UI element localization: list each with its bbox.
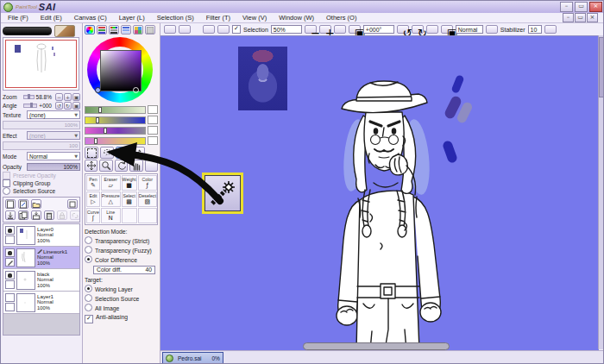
canvas-zoom-field[interactable]: 50% — [271, 25, 302, 34]
rgb-sliders-tab-icon[interactable] — [97, 25, 107, 35]
color-slider-3[interactable] — [85, 127, 146, 135]
close-button[interactable]: × — [589, 2, 602, 12]
maximize-button[interactable]: ▭ — [575, 2, 588, 12]
tool-curve[interactable]: Curveʃ — [86, 208, 100, 223]
stabilizer-value-field[interactable]: 10 — [528, 25, 542, 34]
visibility-eye-icon[interactable] — [5, 226, 15, 235]
color-slider-2[interactable] — [85, 116, 146, 124]
preserve-opacity-checkbox[interactable] — [3, 172, 10, 179]
clear-layer-button[interactable] — [67, 199, 78, 209]
radio-color-difference[interactable]: Color Difference — [85, 255, 158, 265]
paint-target-box[interactable] — [5, 235, 15, 244]
texture-dropdown[interactable]: (none)▼ — [27, 110, 80, 119]
hsv-sliders-tab-icon[interactable] — [109, 25, 119, 35]
transfer-down-button[interactable] — [5, 210, 16, 220]
extra-tool-slot[interactable] — [145, 160, 158, 172]
layer-row[interactable]: Layer0 Normal 100% — [3, 224, 79, 247]
color-picker-tool-icon[interactable] — [131, 147, 145, 159]
new-linework-layer-button[interactable] — [18, 199, 28, 209]
canvas-angle-field[interactable]: +000° — [363, 25, 394, 34]
color-slider-4[interactable] — [85, 137, 146, 145]
vertical-scrollbar[interactable] — [598, 35, 604, 349]
tool-deselect[interactable]: Deselect▨ — [138, 191, 157, 207]
paint-target-box[interactable] — [5, 303, 15, 311]
stabilizer-button[interactable] — [544, 25, 557, 34]
invert-selection-button[interactable] — [217, 25, 230, 34]
canvas-zoom-in-button[interactable]: + — [319, 25, 331, 34]
zoom-reset-button[interactable]: ▣ — [72, 93, 80, 101]
color-wheel[interactable] — [85, 35, 157, 104]
tool-edit[interactable]: Edit▷ — [86, 191, 100, 207]
magic-wand-tool-icon[interactable] — [116, 147, 129, 159]
zoom-out-button[interactable]: − — [55, 93, 63, 101]
rotate-view-tool-icon[interactable] — [115, 160, 128, 172]
tool-pen[interactable]: Pen✎ — [86, 175, 100, 191]
deselect-button[interactable] — [203, 25, 215, 34]
color-mixer-tab-icon[interactable] — [121, 25, 131, 35]
lasso-tool-icon[interactable] — [100, 147, 114, 159]
doc-close-button[interactable]: × — [587, 13, 598, 22]
canvas-angle-reset-button[interactable]: ▣ — [441, 25, 453, 34]
menu-edit[interactable]: Edit (E) — [41, 14, 62, 22]
zoom-slider[interactable] — [23, 95, 35, 99]
tool-pressure[interactable]: Pressure△ — [101, 191, 121, 207]
color-slider-1-value[interactable] — [148, 105, 158, 114]
checkbox-checked-icon[interactable]: ✓ — [85, 315, 93, 323]
new-layer-button[interactable] — [5, 199, 16, 209]
color-slider-3-value[interactable] — [148, 126, 158, 135]
rect-select-tool-icon[interactable] — [85, 147, 98, 159]
radio-selection-source[interactable]: Selection Source — [85, 294, 158, 304]
radio-transparency-fuzzy[interactable]: Transparency (Fuzzy) — [85, 246, 158, 255]
scratchpad-tab-icon[interactable] — [145, 25, 155, 35]
doc-maximize-button[interactable]: ▭ — [575, 13, 586, 22]
menu-selection[interactable]: Selection (S) — [157, 14, 194, 22]
vertical-scrollbar-thumb[interactable] — [599, 37, 604, 97]
antialiasing-row[interactable]: ✓Anti-aliasing — [85, 313, 158, 323]
minimize-button[interactable]: – — [560, 2, 573, 12]
zoom-in-button[interactable]: + — [64, 93, 72, 101]
opacity-slider[interactable]: 100% — [27, 163, 80, 171]
selection-checkbox[interactable]: ✓ — [232, 25, 241, 34]
rotate-cw-button[interactable]: ↻ — [64, 102, 72, 110]
canvas-zoom-reset-button[interactable]: ▣ — [349, 25, 361, 34]
navigator-thumbnail[interactable] — [3, 37, 79, 91]
redo-button[interactable] — [179, 25, 191, 34]
new-folder-button[interactable] — [31, 199, 41, 209]
color-slider-1[interactable] — [85, 106, 146, 114]
radio-all-image[interactable]: All Image — [85, 304, 158, 313]
swatches-tab-icon[interactable] — [133, 25, 143, 35]
paint-target-box[interactable] — [5, 280, 15, 289]
paint-mode-button[interactable] — [486, 25, 498, 34]
tool-weight[interactable]: Weight■ — [122, 175, 137, 191]
zoom-slider-thumb[interactable] — [28, 94, 30, 99]
copy-layer-button[interactable] — [18, 210, 28, 220]
color-wheel-tab-icon[interactable] — [85, 25, 95, 35]
selection-source-checkbox[interactable] — [3, 187, 10, 195]
paint-mode-dropdown[interactable]: Normal — [456, 25, 483, 34]
merge-layer-button[interactable] — [31, 210, 41, 220]
angle-slider[interactable] — [23, 104, 37, 108]
visibility-eye-icon[interactable] — [5, 248, 15, 257]
tool-color[interactable]: Colorƒ — [138, 175, 157, 191]
radio-transparency-strict[interactable]: Transparency (Strict) — [85, 236, 158, 246]
document-tab[interactable]: Pedro.sai 0% — [162, 352, 223, 364]
radio-working-layer[interactable]: Working Layer — [85, 285, 158, 294]
tool-line[interactable]: LineN — [101, 208, 121, 223]
sv-cursor[interactable] — [133, 87, 139, 93]
color-diff-field[interactable]: Color diff. 40 — [93, 266, 155, 274]
angle-reset-button[interactable]: ▣ — [72, 102, 80, 110]
tool-eraser[interactable]: Eraser▱ — [101, 175, 121, 191]
zoom-tool-icon[interactable] — [99, 160, 112, 172]
canvas-rotate-cw-button[interactable]: ↻ — [412, 25, 424, 34]
hand-tool-icon[interactable] — [129, 160, 142, 172]
layer-row[interactable]: black Normal 100% — [3, 269, 79, 292]
canvas-rotate-ccw-button[interactable]: ↺ — [397, 25, 409, 34]
doc-minimize-button[interactable]: – — [563, 13, 574, 22]
visibility-eye-icon[interactable] — [5, 293, 15, 302]
canvas[interactable] — [160, 35, 599, 351]
layer-row[interactable]: Layer1 Normal 100% — [3, 292, 79, 314]
menu-others[interactable]: Others (O) — [326, 14, 356, 22]
mode-dropdown[interactable]: Normal▼ — [27, 152, 80, 160]
horizontal-scrollbar-thumb[interactable] — [303, 342, 450, 350]
clipping-group-checkbox[interactable] — [3, 179, 10, 187]
